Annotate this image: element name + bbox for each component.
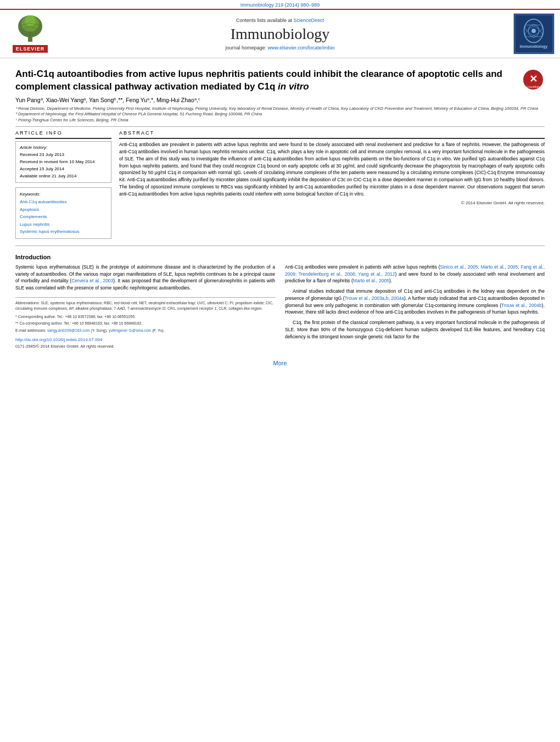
left-column: ARTICLE INFO Article history: Received 2… <box>15 130 111 239</box>
elsevier-tree-icon <box>12 15 49 44</box>
body-two-col: Systemic lupus erythematosus (SLE) is th… <box>15 264 545 350</box>
ref-trouw1[interactable]: Trouw et al., 2003a,b, 2004a <box>345 295 404 301</box>
body-right-text: Anti-C1q antibodies were prevalent in pa… <box>285 264 545 341</box>
email-label: E-mail addresses: <box>15 328 47 332</box>
email-yu-name: (F. Yu). <box>152 328 164 332</box>
author-list: Yun Pangᵃ, Xiao-Wei Yangᵃ, Yan Songᵇ,**,… <box>15 97 200 103</box>
email-song[interactable]: sangy.an0209@163.com <box>47 328 89 332</box>
ref-sinico[interactable]: Sinico et al., 2005; Marto et al., 2005;… <box>285 264 545 277</box>
corresponding1-footnote: * Corresponding author. Tel.: +86 10 835… <box>15 314 275 320</box>
article-title-italic: in vitro <box>278 81 309 92</box>
more-section: More <box>0 355 560 371</box>
journal-logo-right: Immunobiology <box>505 13 555 54</box>
page: Immunobiology 219 (2014) 980–989 ELSEVIE… <box>0 0 560 742</box>
article-info-heading: ARTICLE INFO <box>15 130 111 136</box>
corresponding2-footnote: ** Co-corresponding author. Tel.: +86 10… <box>15 321 275 327</box>
keyword-4[interactable]: Lupus nephritis <box>20 221 107 228</box>
journal-header: ELSEVIER Contents lists available at Sci… <box>0 9 560 58</box>
ref-marto[interactable]: Marto et al., 2005 <box>353 278 389 283</box>
keyword-1[interactable]: Anti-C1q autoantibodies <box>20 198 107 206</box>
keywords-heading: Keywords: <box>20 191 107 198</box>
journal-logo-icon: Immunobiology <box>514 13 554 54</box>
svg-text:CrossMark: CrossMark <box>527 85 540 88</box>
copyright-line: © 2014 Elsevier GmbH. All rights reserve… <box>119 200 545 205</box>
intro-para-2: Anti-C1q antibodies were prevalent in pa… <box>285 264 545 284</box>
elsevier-label: ELSEVIER <box>13 45 48 53</box>
abbreviations-footnote: Abbreviations: SLE, systemic lupus eryth… <box>15 300 275 312</box>
svg-text:✕: ✕ <box>529 74 537 85</box>
body-right: Anti-C1q antibodies were prevalent in pa… <box>285 264 545 350</box>
ref-cervera[interactable]: Cervera et al., 2003 <box>71 278 113 283</box>
accepted-date: Accepted 15 July 2014 <box>20 166 107 173</box>
authors: Yun Pangᵃ, Xiao-Wei Yangᵃ, Yan Songᵇ,**,… <box>15 97 545 103</box>
keyword-2[interactable]: Apoptosis <box>20 206 107 214</box>
history-heading: Article history: <box>20 144 107 152</box>
issn-text: 0171-2985/© 2014 Elsevier GmbH. All righ… <box>15 343 275 349</box>
intro-para-4: C1q, the first protein of the classical … <box>285 319 545 340</box>
immunobiology-logo: Immunobiology <box>513 13 555 54</box>
email-footnote: E-mail addresses: sangy.an0209@163.com (… <box>15 328 275 334</box>
svg-text:Immunobiology: Immunobiology <box>520 44 548 49</box>
intro-heading: Introduction <box>15 254 545 260</box>
affiliation-b: ᵇ Department of Nephrology, the First Af… <box>15 111 545 118</box>
svg-point-3 <box>25 15 36 26</box>
article-title-text: Anti-C1q autoantibodies from active lupu… <box>15 69 502 92</box>
keyword-5[interactable]: Systemic lupus erythematosus <box>20 228 107 236</box>
elsevier-logo: ELSEVIER <box>5 15 55 53</box>
abstract-heading: ABSTRACT <box>119 130 545 136</box>
introduction-section: Introduction Systemic lupus erythematosu… <box>15 254 545 350</box>
keyword-3[interactable]: Complements <box>20 213 107 221</box>
content-divider <box>15 246 545 246</box>
journal-center: Contents lists available at ScienceDirec… <box>55 18 505 51</box>
ref-trouw2[interactable]: Trouw et al., 2004b <box>501 303 542 308</box>
article-info-abstract: ARTICLE INFO Article history: Received 2… <box>15 130 545 239</box>
email-song-name: (Y. Song), <box>91 328 109 332</box>
footnotes: Abbreviations: SLE, systemic lupus eryth… <box>15 297 275 350</box>
doi-anchor[interactable]: http://dx.doi.org/10.1016/j.imbio.2014.0… <box>15 337 102 342</box>
main-content: Anti-C1q autoantibodies from active lupu… <box>0 58 560 355</box>
info-divider <box>15 138 111 139</box>
affiliations: ᵃ Renal Division, Department of Medicine… <box>15 106 545 124</box>
journal-homepage: journal homepage: www.elsevier.com/locat… <box>55 45 505 51</box>
sciencedirect-text: Contents lists available at ScienceDirec… <box>55 18 505 23</box>
sciencedirect-link[interactable]: ScienceDirect <box>294 18 324 23</box>
crossmark[interactable]: ✕ CrossMark <box>523 69 545 91</box>
journal-name: Immunobiology <box>55 25 505 43</box>
received-revised-date: Received in revised form 10 May 2014 <box>20 159 107 166</box>
body-left: Systemic lupus erythematosus (SLE) is th… <box>15 264 275 350</box>
crossmark-icon: ✕ CrossMark <box>523 69 544 90</box>
right-column: ABSTRACT Anti-C1q antibodies are prevale… <box>119 130 545 239</box>
doi-link[interactable]: http://dx.doi.org/10.1016/j.imbio.2014.0… <box>15 337 275 343</box>
body-left-text: Systemic lupus erythematosus (SLE) is th… <box>15 264 275 292</box>
intro-para-1: Systemic lupus erythematosus (SLE) is th… <box>15 264 275 292</box>
abstract-divider <box>119 138 545 139</box>
keywords-box: Keywords: Anti-C1q autoantibodies Apopto… <box>15 187 111 239</box>
header-divider <box>15 126 545 127</box>
affiliation-c: ᶜ Peking-Tsinghua Center for Life Scienc… <box>15 118 545 124</box>
svg-point-13 <box>531 29 536 33</box>
article-title: Anti-C1q autoantibodies from active lupu… <box>15 68 517 93</box>
more-button[interactable]: More <box>273 360 287 366</box>
intro-para-3: Animal studies indicated that immune dep… <box>285 288 545 316</box>
affiliation-a: ᵃ Renal Division, Department of Medicine… <box>15 106 545 112</box>
article-reference-text: Immunobiology 219 (2014) 980–989 <box>240 2 320 8</box>
abstract-text: Anti-C1q antibodies are prevalent in pat… <box>119 141 545 197</box>
journal-url[interactable]: www.elsevier.com/locate/imbio <box>268 45 335 51</box>
available-date: Available online 21 July 2014 <box>20 173 107 180</box>
email-yu[interactable]: yufengever t1@sina.com <box>109 328 152 332</box>
article-info-box: Article history: Received 23 July 2013 R… <box>15 141 111 183</box>
article-reference-banner: Immunobiology 219 (2014) 980–989 <box>0 0 560 9</box>
received-date: Received 23 July 2013 <box>20 152 107 159</box>
article-title-section: Anti-C1q autoantibodies from active lupu… <box>15 68 545 93</box>
